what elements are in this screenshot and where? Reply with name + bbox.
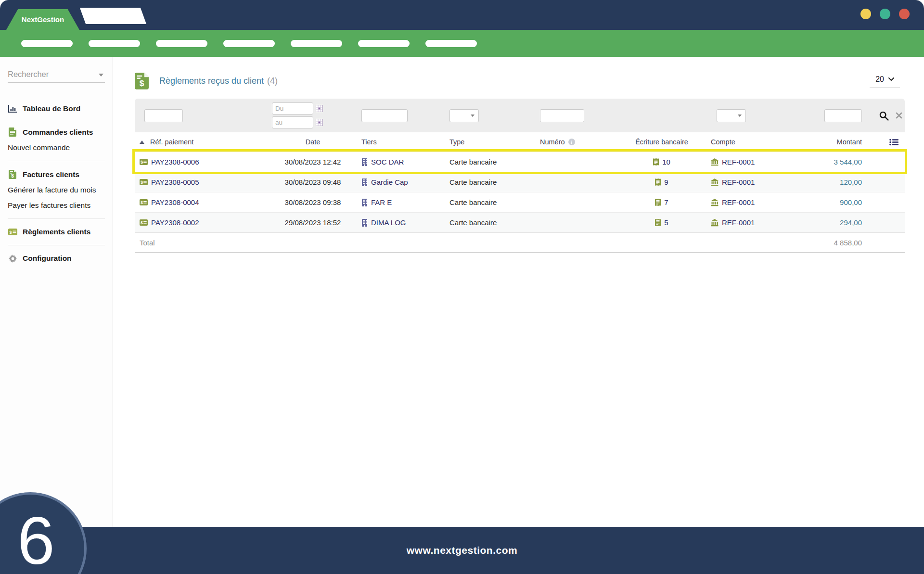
filter-date-from-input[interactable] [272,102,313,115]
sidebar-item-configuration[interactable]: Configuration [8,251,105,266]
header-compte[interactable]: Compte [710,132,818,152]
header-ecriture[interactable]: Écriture bancaire [614,132,710,152]
sidebar-item-reglements-clients[interactable]: $ Règlements clients [8,224,105,240]
header-numero[interactable]: Numéro i [534,132,614,152]
sidebar-item-label: Factures clients [23,170,79,179]
sidebar-item-factures-clients[interactable]: $ Factures clients [8,166,105,182]
window-dot-red[interactable] [899,9,910,19]
menu-item-placeholder-3[interactable] [156,40,207,47]
brand-tab[interactable]: NextGestion [6,9,79,30]
search-input[interactable] [8,70,105,79]
filter-date-to-input[interactable] [272,116,313,128]
ecriture-link[interactable]: 5 [664,218,668,227]
ecriture-link[interactable]: 9 [664,178,668,186]
clear-filters-icon[interactable] [895,112,903,119]
header-type[interactable]: Type [448,132,534,152]
menu-item-placeholder-6[interactable] [358,40,410,47]
sort-asc-icon [140,140,144,144]
bank-icon [711,158,719,166]
step-number: 6 [17,502,55,574]
page-size-select[interactable]: 20 [870,74,900,88]
calendar-icon[interactable] [316,119,323,126]
brand-label: NextGestion [22,15,64,24]
ecriture-link[interactable]: 10 [662,158,670,166]
table-row[interactable]: $ PAY2308-0004 30/08/2023 09:38 FAR E Ca… [135,192,905,212]
sidebar-item-generer-facture[interactable]: Générer la facture du mois [8,182,105,198]
active-tab-placeholder[interactable] [80,8,146,24]
payment-card-icon: $ [140,199,148,205]
compte-link[interactable]: REF-0001 [722,218,755,227]
payment-card-icon: $ [140,159,148,165]
payment-card-icon: $ [8,229,17,235]
window-dot-teal[interactable] [880,9,890,19]
compte-link[interactable]: REF-0001 [722,178,755,186]
sidebar-divider [8,245,105,245]
tiers-link[interactable]: Gardie Cap [371,178,408,186]
payment-ref-link[interactable]: PAY2308-0005 [151,178,199,186]
tiers-link[interactable]: FAR E [371,198,392,206]
svg-text:$: $ [9,230,12,235]
window-dot-yellow[interactable] [860,9,871,19]
table-row[interactable]: $ PAY2308-0006 30/08/2023 12:42 SOC DAR … [135,152,905,172]
chevron-down-icon [888,77,894,81]
tiers-link[interactable]: DIMA LOG [371,218,406,227]
tiers-link[interactable]: SOC DAR [371,158,404,166]
menu-item-placeholder-4[interactable] [223,40,275,47]
header-ref[interactable]: Réf. paiement [135,132,267,152]
filter-numero-input[interactable] [540,109,584,122]
sidebar: Tableau de Bord Commandes clients Nouvel… [0,57,113,527]
payment-montant: 120,00 [818,172,883,192]
header-tiers[interactable]: Tiers [359,132,448,152]
table-row[interactable]: $ PAY2308-0002 29/08/2023 18:52 DIMA LOG… [135,212,905,232]
sidebar-item-commandes-clients[interactable]: Commandes clients [8,124,105,140]
footer-bar: www.nextgestion.com [0,527,924,574]
top-navbar: NextGestion [0,0,924,30]
ecriture-link[interactable]: 7 [664,198,668,206]
compte-link[interactable]: REF-0001 [722,158,755,166]
sidebar-item-label: Règlements clients [23,228,90,236]
header-montant[interactable]: Montant [818,132,883,152]
menu-item-placeholder-1[interactable] [21,40,73,47]
compte-link[interactable]: REF-0001 [722,198,755,206]
table-total-row: Total 4 858,00 [135,232,905,253]
title-row: $ Règlements reçus du client (4) 20 [135,73,905,89]
svg-text:$: $ [141,160,143,165]
sidebar-item-nouvel-commande[interactable]: Nouvel commande [8,140,105,155]
table-header-row: Réf. paiement Date Tiers Type Numéro i É… [135,132,905,152]
payment-type: Carte bancaire [448,192,534,212]
sidebar-item-label: Configuration [23,254,72,263]
main-panel: $ Règlements reçus du client (4) 20 [113,57,924,527]
filter-tiers-input[interactable] [361,109,408,122]
sidebar-item-tableau-de-bord[interactable]: Tableau de Bord [8,101,105,116]
building-icon [361,179,368,186]
calendar-icon[interactable] [316,105,323,112]
sidebar-item-payer-factures[interactable]: Payer les factures clients [8,198,105,213]
payment-card-icon: $ [140,179,148,185]
building-icon [361,199,368,206]
table-row[interactable]: $ PAY2308-0005 30/08/2023 09:48 Gardie C… [135,172,905,192]
payment-ref-link[interactable]: PAY2308-0004 [151,198,199,206]
payment-type: Carte bancaire [448,152,534,172]
gear-icon [8,255,17,263]
payments-table: Réf. paiement Date Tiers Type Numéro i É… [135,99,905,253]
payment-montant: 3 544,00 [818,152,883,172]
payment-ref-link[interactable]: PAY2308-0002 [151,218,199,227]
svg-text:$: $ [140,78,144,88]
search-icon[interactable] [879,111,889,121]
payment-numero [534,192,614,212]
filter-ref-input[interactable] [144,109,183,122]
payment-ref-link[interactable]: PAY2308-0006 [151,158,199,166]
column-selector-icon[interactable] [883,132,905,152]
filter-compte-select[interactable] [717,109,746,122]
menu-item-placeholder-7[interactable] [425,40,477,47]
menu-item-placeholder-5[interactable] [291,40,342,47]
menu-item-placeholder-2[interactable] [89,40,140,47]
table-filter-row [135,99,905,132]
filter-type-select[interactable] [449,109,479,122]
filter-montant-input[interactable] [824,109,862,122]
svg-text:$: $ [11,173,14,179]
chevron-down-icon[interactable] [99,74,103,77]
payment-numero [534,213,614,232]
sidebar-item-label: Payer les factures clients [8,201,90,209]
header-date[interactable]: Date [267,132,359,152]
